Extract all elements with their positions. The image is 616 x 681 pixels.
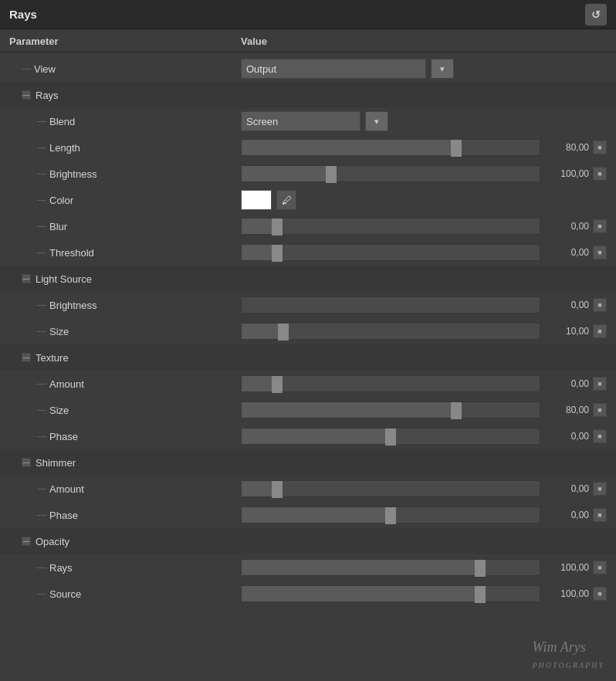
slider-reset-phase-texture[interactable]: ■ [593, 429, 607, 443]
param-phase-texture: — Phase [9, 431, 241, 442]
slider-track-brightness-light[interactable] [241, 296, 540, 313]
label-length: Length [49, 142, 80, 154]
label-blend: Blend [49, 116, 75, 127]
row-length: — Length 80,00 ■ [0, 134, 616, 161]
slider-value-phase-shimmer: 0,00 [544, 510, 589, 520]
tree-line-phase-shimmer: — [37, 510, 46, 520]
param-blend: — Blend [9, 116, 241, 127]
slider-reset-rays-opacity[interactable]: ■ [593, 561, 607, 574]
row-amount-texture: — Amount 0,00 ■ [0, 371, 616, 397]
value-phase-shimmer: 0,00 ■ [241, 507, 607, 523]
slider-track-brightness-rays[interactable] [241, 165, 540, 182]
slider-reset-brightness-rays[interactable]: ■ [593, 167, 607, 181]
slider-value-source-opacity: 100,00 [544, 588, 589, 599]
slider-value-brightness-rays: 100,00 [544, 168, 589, 179]
slider-size-texture: 80,00 ■ [241, 401, 607, 418]
slider-reset-amount-texture[interactable]: ■ [593, 377, 607, 391]
label-brightness-rays: Brightness [49, 168, 96, 180]
label-rays: Rays [36, 90, 59, 101]
slider-amount-texture: 0,00 ■ [241, 375, 607, 392]
row-view: — View Output ▾ [0, 56, 616, 82]
row-size-texture: — Size 80,00 ■ [0, 397, 616, 423]
row-threshold: — Threshold 0,00 ■ [0, 239, 616, 266]
label-brightness-light: Brightness [49, 300, 96, 311]
row-blur: — Blur 0,00 ■ [0, 213, 616, 239]
row-phase-texture: — Phase 0,00 ■ [0, 423, 616, 449]
slider-reset-threshold[interactable]: ■ [593, 246, 607, 259]
collapse-texture[interactable]: — [22, 353, 31, 362]
value-size-light: 10,00 ■ [241, 323, 607, 340]
slider-track-amount-texture[interactable] [241, 375, 540, 392]
title-bar: Rays ↺ [0, 0, 616, 29]
slider-reset-amount-shimmer[interactable]: ■ [593, 482, 607, 496]
label-amount-shimmer: Amount [49, 483, 84, 495]
row-blend: — Blend Screen ▾ [0, 108, 616, 134]
slider-reset-blur[interactable]: ■ [593, 219, 607, 233]
label-color: Color [49, 195, 73, 206]
slider-track-threshold[interactable] [241, 244, 540, 261]
row-light-source-section: — Light Source [0, 266, 616, 292]
slider-track-phase-shimmer[interactable] [241, 507, 540, 523]
param-view: — View [9, 63, 241, 75]
value-column-header: Value [241, 36, 267, 47]
label-blur: Blur [49, 221, 67, 232]
slider-reset-size-light[interactable]: ■ [593, 324, 607, 338]
slider-track-phase-texture[interactable] [241, 428, 540, 445]
label-shimmer: Shimmer [36, 457, 76, 469]
slider-reset-source-opacity[interactable]: ■ [593, 587, 607, 601]
param-source-opacity: — Source [9, 588, 241, 600]
slider-size-light: 10,00 ■ [241, 323, 607, 340]
slider-track-blur[interactable] [241, 218, 540, 235]
slider-value-length: 80,00 [544, 142, 589, 153]
slider-brightness-rays: 100,00 ■ [241, 165, 607, 182]
tree-line-size-texture: — [37, 405, 46, 415]
slider-value-amount-shimmer: 0,00 [544, 483, 589, 494]
collapse-light-source[interactable]: — [22, 274, 31, 283]
slider-reset-brightness-light[interactable]: ■ [593, 298, 607, 312]
label-size-light: Size [49, 326, 69, 337]
param-texture: — Texture [9, 352, 241, 364]
slider-reset-size-texture[interactable]: ■ [593, 403, 607, 417]
row-source-opacity: — Source 100,00 ■ [0, 581, 616, 607]
param-column-header: Parameter [9, 36, 241, 47]
slider-reset-length[interactable]: ■ [593, 141, 607, 154]
value-size-texture: 80,00 ■ [241, 401, 607, 418]
value-blur: 0,00 ■ [241, 218, 607, 235]
row-brightness-light: — Brightness 0,00 ■ [0, 292, 616, 318]
slider-length: 80,00 ■ [241, 139, 607, 156]
value-color: 🖊 [241, 190, 607, 210]
param-size-light: — Size [9, 326, 241, 337]
label-threshold: Threshold [49, 247, 94, 259]
slider-track-amount-shimmer[interactable] [241, 480, 540, 497]
slider-track-size-light[interactable] [241, 323, 540, 340]
collapse-shimmer[interactable]: — [22, 458, 31, 467]
slider-value-size-texture: 80,00 [544, 405, 589, 415]
slider-track-length[interactable] [241, 139, 540, 156]
label-light-source: Light Source [36, 273, 92, 285]
slider-reset-phase-shimmer[interactable]: ■ [593, 508, 607, 522]
color-swatch[interactable] [241, 190, 272, 210]
label-source-opacity: Source [49, 588, 81, 600]
param-amount-texture: — Amount [9, 378, 241, 390]
blend-dropdown-arrow[interactable]: ▾ [365, 111, 388, 131]
label-size-texture: Size [49, 405, 69, 416]
blend-dropdown[interactable]: Screen [241, 111, 360, 131]
eyedropper-button[interactable]: 🖊 [276, 190, 296, 210]
value-view: Output ▾ [241, 59, 607, 79]
slider-track-rays-opacity[interactable] [241, 559, 540, 576]
slider-value-amount-texture: 0,00 [544, 378, 589, 389]
refresh-icon[interactable]: ↺ [585, 4, 607, 25]
value-brightness-rays: 100,00 ■ [241, 165, 607, 182]
collapse-opacity[interactable]: — [22, 537, 31, 546]
value-threshold: 0,00 ■ [241, 244, 607, 261]
slider-blur: 0,00 ■ [241, 218, 607, 235]
collapse-rays[interactable]: — [22, 90, 31, 100]
slider-value-threshold: 0,00 [544, 247, 589, 258]
view-dropdown[interactable]: Output [241, 59, 426, 79]
slider-value-blur: 0,00 [544, 221, 589, 232]
slider-track-source-opacity[interactable] [241, 585, 540, 602]
row-texture-section: — Texture [0, 344, 616, 371]
slider-track-size-texture[interactable] [241, 401, 540, 418]
view-dropdown-arrow[interactable]: ▾ [431, 59, 454, 79]
label-texture: Texture [36, 352, 69, 364]
